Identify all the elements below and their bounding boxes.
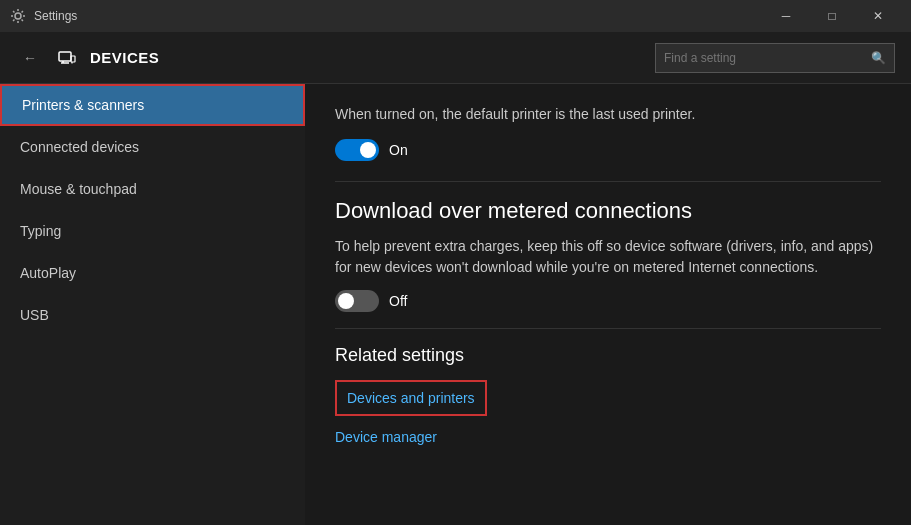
sidebar-item-printers-scanners[interactable]: Printers & scanners [0,84,305,126]
toggle-off-track[interactable] [335,290,379,312]
metered-connection-toggle[interactable]: Off [335,290,881,312]
app-header: ← DEVICES 🔍 [0,32,911,84]
default-printer-toggle[interactable]: On [335,139,881,161]
search-box[interactable]: 🔍 [655,43,895,73]
default-printer-description: When turned on, the default printer is t… [335,104,881,125]
window-controls: ─ □ ✕ [763,0,901,32]
svg-rect-1 [59,52,71,61]
sidebar-item-typing[interactable]: Typing [0,210,305,252]
related-settings-title: Related settings [335,345,881,366]
devices-printers-link[interactable]: Devices and printers [335,380,487,416]
sidebar-item-usb[interactable]: USB [0,294,305,336]
toggle-off-label: Off [389,293,407,309]
settings-window-icon [10,8,26,24]
main-window: ← DEVICES 🔍 Printers & scanners Connecte… [0,32,911,525]
maximize-button[interactable]: □ [809,0,855,32]
window-title: Settings [34,9,77,23]
svg-point-0 [15,13,21,19]
toggle-on-thumb [360,142,376,158]
devices-icon [56,47,78,69]
search-input[interactable] [664,51,865,65]
header-title: DEVICES [90,49,643,66]
back-button[interactable]: ← [16,44,44,72]
title-bar: Settings ─ □ ✕ [0,0,911,32]
sidebar-item-connected-devices[interactable]: Connected devices [0,126,305,168]
device-manager-link[interactable]: Device manager [335,424,881,450]
sidebar-item-mouse-touchpad[interactable]: Mouse & touchpad [0,168,305,210]
download-description: To help prevent extra charges, keep this… [335,236,881,278]
divider-2 [335,328,881,329]
main-panel: When turned on, the default printer is t… [305,84,911,525]
content-area: Printers & scanners Connected devices Mo… [0,84,911,525]
sidebar: Printers & scanners Connected devices Mo… [0,84,305,525]
toggle-on-label: On [389,142,408,158]
toggle-off-thumb [338,293,354,309]
divider-1 [335,181,881,182]
download-section-title: Download over metered connections [335,198,881,224]
title-bar-left: Settings [10,8,77,24]
search-icon: 🔍 [871,51,886,65]
svg-rect-2 [71,56,75,62]
close-button[interactable]: ✕ [855,0,901,32]
minimize-button[interactable]: ─ [763,0,809,32]
sidebar-item-autoplay[interactable]: AutoPlay [0,252,305,294]
toggle-on-track[interactable] [335,139,379,161]
